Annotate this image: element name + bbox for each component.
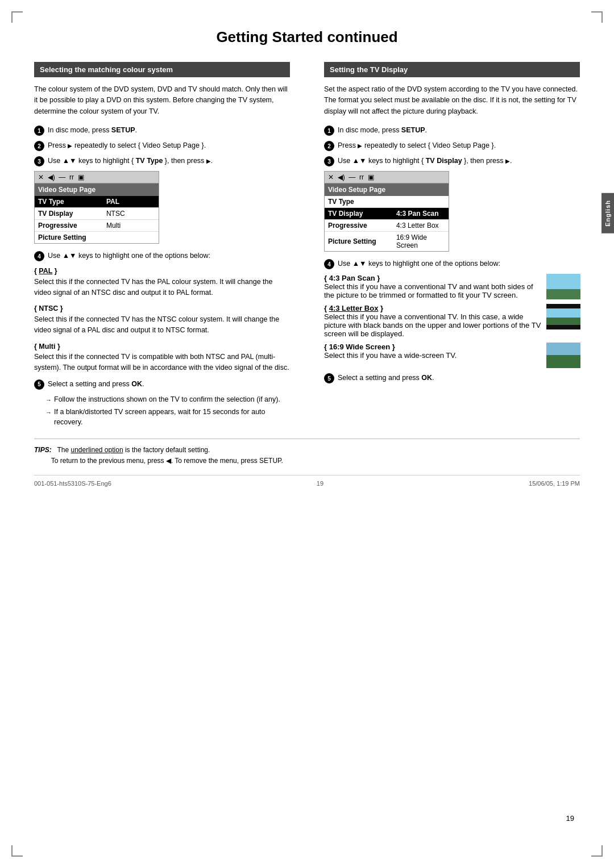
right-option-widescreen: { 16:9 Wide Screen } Select this if you … xyxy=(324,343,580,368)
left-step-4: 4 Use ▲▼ keys to highlight one of the op… xyxy=(34,251,290,261)
corner-mark-bl xyxy=(11,845,23,857)
left-step-text-2: Press repeatedly to select { Video Setup… xyxy=(48,140,290,151)
left-multi-label: Multi xyxy=(39,343,55,350)
sub-arrow-icon-1: → xyxy=(45,395,52,405)
right-vtable: TV Type TV Display 4:3 Pan Scan Progress… xyxy=(325,196,449,251)
tips-underlined-option: underlined option xyxy=(70,446,123,454)
left-table-cell-value-3: Multi xyxy=(103,220,159,232)
left-vtable: TV Type PAL TV Display NTSC Progressive … xyxy=(35,196,159,243)
right-step-num-5: 5 xyxy=(324,373,334,383)
right-step-num-1: 1 xyxy=(324,126,334,136)
right-step-3: 3 Use ▲▼ keys to highlight { TV Display … xyxy=(324,156,580,166)
right-widescreen-title: { 16:9 Wide Screen } xyxy=(324,343,543,351)
page-header: Getting Started continued xyxy=(34,28,580,46)
left-step-5: 5 Select a setting and press OK. xyxy=(34,379,290,390)
right-step-text-1: In disc mode, press SETUP. xyxy=(338,125,580,136)
right-table-row-2: TV Display 4:3 Pan Scan xyxy=(325,208,449,220)
right-step-num-4: 4 xyxy=(324,259,334,269)
left-table-icons: ✕ ◀) — rr ▣ xyxy=(35,172,159,183)
left-video-table: ✕ ◀) — rr ▣ Video Setup Page TV Type PAL… xyxy=(34,171,159,244)
right-step-text-4: Use ▲▼ keys to highlight one of the opti… xyxy=(338,258,580,269)
right-section-intro: Set the aspect ratio of the DVD system a… xyxy=(324,84,580,117)
footer-center: 19 xyxy=(317,480,323,487)
left-pal-label: PAL xyxy=(39,267,52,275)
tips-line1: The underlined option is the factory def… xyxy=(57,446,210,454)
left-table-cell-value-4 xyxy=(103,232,159,244)
left-step-num-4: 4 xyxy=(34,251,44,261)
left-substep-2: → If a blank/distorted TV screen appears… xyxy=(45,407,290,428)
left-section-header: Selecting the matching colour system xyxy=(34,62,290,77)
right-column: Setting the TV Display Set the aspect ra… xyxy=(318,62,580,429)
right-panscan-text: { 4:3 Pan Scan } Select this if you have… xyxy=(324,274,543,299)
right-widescreen-body: Select this if you have a wide-screen TV… xyxy=(324,351,543,360)
right-table-row-3: Progressive 4:3 Letter Box xyxy=(325,220,449,232)
arrow-icon-right-3 xyxy=(505,157,510,165)
right-step-text-3: Use ▲▼ keys to highlight { TV Display },… xyxy=(338,156,580,166)
page-title: Getting Started continued xyxy=(216,28,397,45)
right-widescreen-label: 16:9 Wide Screen xyxy=(329,343,391,351)
page-container: English Getting Started continued Select… xyxy=(0,0,614,868)
right-table-cell-label-2: TV Display xyxy=(325,208,393,220)
page-number: 19 xyxy=(566,814,574,823)
left-substep-text-1: Follow the instructions shown on the TV … xyxy=(54,394,280,405)
left-table-cell-label-3: Progressive xyxy=(35,220,103,232)
right-step-num-3: 3 xyxy=(324,156,334,166)
left-step-1: 1 In disc mode, press SETUP. xyxy=(34,125,290,136)
page-title-bold: continued xyxy=(323,28,397,45)
corner-mark-tr xyxy=(591,11,603,23)
right-step-2: 2 Press repeatedly to select { Video Set… xyxy=(324,140,580,151)
right-table-cell-label-1: TV Type xyxy=(325,196,393,208)
corner-mark-tl xyxy=(11,11,23,23)
right-panscan-body: Select this if you have a conventional T… xyxy=(324,282,543,299)
tips-label: TIPS: xyxy=(34,446,52,454)
left-option-multi-title: { Multi } xyxy=(34,341,290,352)
left-step-text-5: Select a setting and press OK. xyxy=(48,379,290,390)
right-step-4: 4 Use ▲▼ keys to highlight one of the op… xyxy=(324,258,580,269)
right-video-table: ✕ ◀) — rr ▣ Video Setup Page TV Type TV … xyxy=(324,171,449,252)
left-option-pal-body: Select this if the connected TV has the … xyxy=(34,277,290,298)
tips-line2: To return to the previous menu, press ◀.… xyxy=(51,457,283,465)
panscan-image xyxy=(546,274,580,299)
left-option-pal: { PAL } Select this if the connected TV … xyxy=(34,266,290,298)
left-option-pal-title: { PAL } xyxy=(34,266,290,277)
main-content: Selecting the matching colour system The… xyxy=(34,62,580,429)
footer-right: 15/06/05, 1:19 PM xyxy=(529,480,580,487)
arrow-icon-left-2 xyxy=(68,141,72,149)
right-panscan-image-col xyxy=(543,274,580,299)
left-table-cell-label-4: Picture Setting xyxy=(35,232,103,244)
left-column: Selecting the matching colour system The… xyxy=(34,62,296,429)
sub-arrow-icon-2: → xyxy=(45,408,52,418)
english-tab: English xyxy=(601,193,614,233)
footer-left: 001-051-hts5310S-75-Eng6 xyxy=(34,480,111,487)
right-widescreen-text: { 16:9 Wide Screen } Select this if you … xyxy=(324,343,543,360)
left-table-header: Video Setup Page xyxy=(35,183,159,196)
right-table-cell-value-3: 4:3 Letter Box xyxy=(393,220,449,232)
right-table-row-4: Picture Setting 16:9 Wide Screen xyxy=(325,232,449,252)
left-option-ntsc-title: { NTSC } xyxy=(34,303,290,314)
left-table-row-1: TV Type PAL xyxy=(35,196,159,208)
letterbox-image xyxy=(546,304,580,329)
right-table-header: Video Setup Page xyxy=(325,183,449,196)
right-step-text-2: Press repeatedly to select { Video Setup… xyxy=(338,140,580,151)
left-substep-1: → Follow the instructions shown on the T… xyxy=(45,394,290,405)
right-option-panscan: { 4:3 Pan Scan } Select this if you have… xyxy=(324,274,580,299)
right-widescreen-image-col xyxy=(543,343,580,368)
right-section-header: Setting the TV Display xyxy=(324,62,580,77)
left-step-num-1: 1 xyxy=(34,126,44,136)
page-footer: 001-051-hts5310S-75-Eng6 19 15/06/05, 1:… xyxy=(34,475,580,487)
left-table-cell-value-1: PAL xyxy=(103,196,159,208)
right-letterbox-label: 4:3 Letter Box xyxy=(329,304,379,312)
right-table-cell-label-3: Progressive xyxy=(325,220,393,232)
left-step-text-3: Use ▲▼ keys to highlight { TV Type }, th… xyxy=(48,156,290,166)
arrow-icon-right-2 xyxy=(358,141,362,149)
left-table-cell-value-2: NTSC xyxy=(103,208,159,220)
left-option-ntsc-body: Select this if the connected TV has the … xyxy=(34,314,290,336)
left-table-row-2: TV Display NTSC xyxy=(35,208,159,220)
right-letterbox-image-col xyxy=(543,304,580,329)
left-option-multi: { Multi } Select this if the connected T… xyxy=(34,341,290,373)
page-title-normal: Getting Started xyxy=(216,28,323,45)
right-step-num-2: 2 xyxy=(324,141,334,151)
left-step-num-5: 5 xyxy=(34,379,44,390)
right-letterbox-title: { 4:3 Letter Box } xyxy=(324,304,543,312)
left-section-intro: The colour system of the DVD system, DVD… xyxy=(34,84,290,117)
